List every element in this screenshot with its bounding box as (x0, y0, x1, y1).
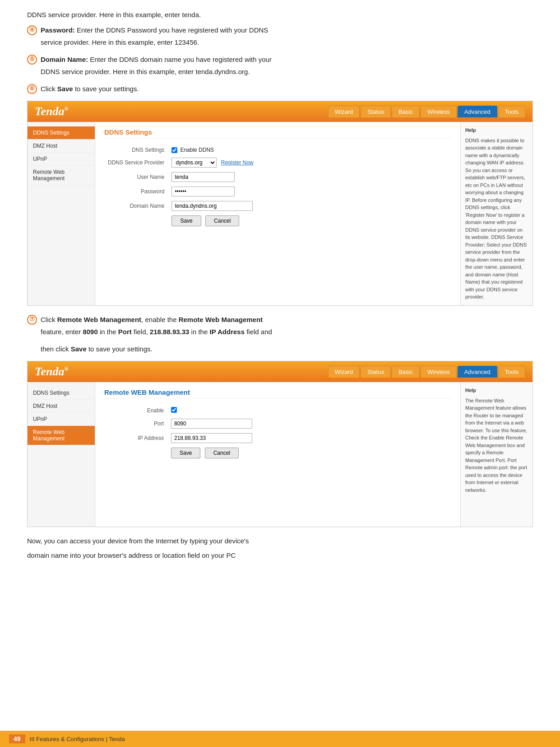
cancel-button-2[interactable]: Cancel (205, 448, 239, 458)
enable-ddns-cell: Enable DDNS (171, 147, 448, 153)
step6-save: Save (57, 85, 73, 93)
form-row-provider: DDNS Service Provider dyndns.org Registe… (104, 155, 451, 170)
tab-advanced-2[interactable]: Advanced (458, 366, 497, 378)
sidebar-2: DDNS Settings DMZ Host UPnP Remote Web M… (28, 382, 95, 527)
step4-block: ④ Password: Enter the DDNS Password you … (27, 24, 533, 48)
tab-status-2[interactable]: Status (361, 366, 391, 378)
tab-tools-1[interactable]: Tools (498, 106, 525, 117)
step7-text: Click Remote Web Management, enable the … (41, 314, 263, 326)
tab-advanced-1[interactable]: Advanced (458, 106, 497, 117)
provider-value: dyndns.org Register Now (168, 155, 451, 170)
tab-tools-2[interactable]: Tools (498, 366, 525, 378)
provider-select[interactable]: dyndns.org (171, 158, 217, 168)
btn-label-spacer-1 (104, 213, 168, 229)
sidebar-dmz-2[interactable]: DMZ Host (28, 400, 95, 413)
help-text-2: The Remote Web Management feature allows… (465, 397, 528, 494)
tab-wizard-1[interactable]: Wizard (328, 106, 360, 117)
step7-port-field: Port (118, 328, 132, 336)
ip-label: IP Address (104, 431, 167, 445)
page-number: 49 (9, 734, 25, 743)
form-row-port: Port (104, 416, 451, 431)
sidebar-rwm-1[interactable]: Remote Web Management (28, 166, 95, 185)
sidebar-upnp-1[interactable]: UPnP (28, 153, 95, 166)
enable-rwm-checkbox[interactable] (171, 407, 177, 413)
sidebar-1: DDNS Settings DMZ Host UPnP Remote Web M… (28, 122, 95, 305)
form-row-dns: DNS Settings Enable DDNS (104, 145, 451, 155)
port-value (167, 416, 451, 431)
step7-block: ⑦ Click Remote Web Management, enable th… (27, 314, 533, 355)
enable-ddns-checkbox[interactable] (171, 147, 177, 153)
final-para-2: domain name into your browser's address … (27, 550, 533, 561)
tab-basic-2[interactable]: Basic (392, 366, 420, 378)
form-row-password: Password (104, 184, 451, 199)
register-link[interactable]: Register Now (221, 159, 254, 166)
step7-ip: 218.88.93.33 (150, 328, 190, 336)
nav-tabs-2[interactable]: Wizard Status Basic Wireless Advanced To… (328, 366, 525, 378)
tab-basic-1[interactable]: Basic (392, 106, 420, 117)
tab-wizard-2[interactable]: Wizard (328, 366, 360, 378)
step7-bold2: Remote Web Management (179, 316, 263, 323)
sidebar-ddns-2[interactable]: DDNS Settings (28, 387, 95, 400)
step5-circle: ⑤ (27, 55, 37, 65)
dns-value: Enable DDNS (168, 145, 451, 155)
username-input[interactable] (171, 172, 235, 182)
help-panel-2: Help The Remote Web Management feature a… (460, 382, 532, 527)
section-title-1: DDNS Settings (104, 128, 451, 138)
port-input[interactable] (171, 419, 252, 429)
ip-input[interactable] (171, 433, 252, 443)
step7-save-line: then click Save to save your settings. (41, 343, 533, 355)
step7-port: 8090 (83, 328, 97, 336)
help-title-1: Help (465, 126, 528, 134)
dns-label: DNS Settings (104, 145, 168, 155)
sidebar-ddns-1[interactable]: DDNS Settings (28, 126, 95, 140)
domain-input[interactable] (171, 201, 253, 211)
tab-wireless-2[interactable]: Wireless (421, 366, 457, 378)
tab-wireless-1[interactable]: Wireless (421, 106, 457, 117)
router-header-1: Tenda® Wizard Status Basic Wireless Adva… (28, 101, 532, 122)
final-para-1: Now, you can access your device from the… (27, 535, 533, 547)
username-value (168, 170, 451, 184)
enable-label: Enable (104, 405, 167, 416)
step6-text: Click Save to save your settings. (41, 83, 139, 95)
btn-label-spacer-2 (104, 445, 167, 461)
sidebar-dmz-1[interactable]: DMZ Host (28, 140, 95, 153)
enable-ddns-text: Enable DDNS (180, 147, 214, 153)
tab-status-1[interactable]: Status (361, 106, 391, 117)
step5-text: Domain Name: Enter the DDNS domain name … (41, 54, 272, 65)
step5-block: ⑤ Domain Name: Enter the DDNS domain nam… (27, 54, 533, 78)
sidebar-upnp-2[interactable]: UPnP (28, 413, 95, 426)
domain-label: Domain Name (104, 199, 168, 213)
help-title-2: Help (465, 387, 528, 394)
nav-tabs-1[interactable]: Wizard Status Basic Wireless Advanced To… (328, 106, 525, 117)
cancel-button-1[interactable]: Cancel (205, 215, 239, 226)
step5-desc: Enter the DDNS domain name you have regi… (90, 56, 272, 63)
form-table-2: Enable Port IP Address (104, 405, 451, 461)
btn-cell-1: Save Cancel (168, 213, 451, 229)
step7-ip-field: IP Address (209, 328, 245, 336)
step7-save: Save (71, 345, 87, 353)
domain-value (168, 199, 451, 213)
router-header-2: Tenda® Wizard Status Basic Wireless Adva… (28, 361, 532, 382)
form-table-1: DNS Settings Enable DDNS DDNS Service Pr… (104, 145, 451, 229)
page-content: DDNS service provider. Here in this exam… (0, 0, 560, 601)
main-content-2: Remote WEB Management Enable Port (95, 382, 460, 527)
save-button-1[interactable]: Save (171, 215, 201, 226)
sidebar-rwm-2[interactable]: Remote Web Management (28, 426, 95, 445)
step4-text: Password: Enter the DDNS Password you ha… (41, 24, 268, 36)
form-row-enable: Enable (104, 405, 451, 416)
router-ui-2: Tenda® Wizard Status Basic Wireless Adva… (27, 361, 533, 527)
password-input[interactable] (171, 187, 235, 196)
btn-cell-2: Save Cancel (167, 445, 451, 461)
help-text-1: DDNS makes it possible to associate a st… (465, 137, 528, 301)
help-panel-1: Help DDNS makes it possible to associate… (460, 122, 532, 305)
router-body-1: DDNS Settings DMZ Host UPnP Remote Web M… (28, 122, 532, 305)
ip-value (167, 431, 451, 445)
step4-circle: ④ (27, 25, 37, 35)
step7-bold1: Remote Web Management (57, 316, 141, 323)
enable-value (167, 405, 451, 416)
step5-cont: DDNS service provider. Here in this exam… (41, 66, 533, 78)
step7-circle: ⑦ (27, 315, 37, 325)
save-button-2[interactable]: Save (171, 448, 200, 458)
tenda-logo-2: Tenda® (35, 365, 68, 378)
step4-desc: Enter the DDNS Password you have registe… (77, 26, 268, 34)
